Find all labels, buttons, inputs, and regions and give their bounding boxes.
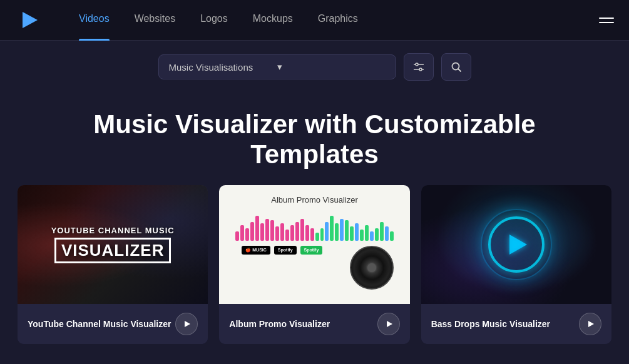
play-ring-icon [488,216,545,273]
spotify-badge-2: Spotify [300,246,323,255]
search-section: Music Visualisations ▾ [0,41,629,91]
svg-marker-11 [588,321,594,327]
svg-point-7 [452,63,459,70]
card-1-play-button[interactable] [175,313,198,335]
streaming-badges: 🍎 MUSIC Spotify Spotify [235,246,322,255]
logo[interactable] [15,7,41,33]
svg-marker-0 [23,12,38,28]
svg-point-1 [416,63,418,66]
spotify-badge-1: Spotify [274,246,297,255]
filter-button[interactable] [404,53,434,81]
nav-link-videos[interactable]: Videos [79,13,110,27]
card-bass-drops[interactable]: Bass Drops Music Visualizer [421,185,611,344]
card-2-title: Album Promo Visualizer [229,318,330,330]
chevron-down-icon: ▾ [277,61,386,73]
card-2-footer: Album Promo Visualizer [219,304,409,344]
search-button[interactable] [441,53,471,81]
apple-music-badge: 🍎 MUSIC [242,246,270,255]
card-2-thumbnail: Album Promo Visualizer 🍎 MUSIC Spotify S… [219,185,409,304]
svg-line-8 [458,69,461,72]
card-3-footer: Bass Drops Music Visualizer [421,304,611,344]
card-1-thumbnail: YouTube Channel Music VISUALIZER [18,185,208,304]
card-1-thumb-line2: VISUALIZER [54,238,171,263]
svg-point-4 [419,68,422,71]
card-2-play-button[interactable] [377,313,400,335]
category-dropdown[interactable]: Music Visualisations ▾ [158,54,396,79]
nav-link-mockups[interactable]: Mockups [253,13,293,27]
card-youtube-visualizer[interactable]: YouTube Channel Music VISUALIZER YouTube… [18,185,208,344]
hero-title: Music Visualizer with Customizable Templ… [71,109,559,170]
dropdown-value: Music Visualisations [169,62,277,73]
card-3-play-button[interactable] [579,313,601,335]
navbar: Videos Websites Logos Mockups Graphics [0,0,629,41]
waveform-display [229,210,399,241]
nav-link-websites[interactable]: Websites [135,13,176,27]
vinyl-record [350,246,394,290]
svg-marker-10 [387,321,392,327]
nav-link-logos[interactable]: Logos [200,13,228,27]
card-1-footer: YouTube Channel Music Visualizer [18,304,208,344]
card-album-promo[interactable]: Album Promo Visualizer 🍎 MUSIC Spotify S… [219,185,409,344]
card-3-title: Bass Drops Music Visualizer [431,318,550,330]
nav-links: Videos Websites Logos Mockups Graphics [79,13,599,27]
svg-marker-9 [185,321,190,327]
hamburger-menu[interactable] [599,18,614,23]
card-2-album-title: Album Promo Visualizer [271,195,357,205]
card-1-title: YouTube Channel Music Visualizer [28,318,171,330]
card-1-thumb-line1: YouTube Channel Music [51,226,175,235]
hero-section: Music Visualizer with Customizable Templ… [0,91,629,185]
cards-grid: YouTube Channel Music VISUALIZER YouTube… [0,185,629,356]
play-triangle-icon [509,235,527,255]
nav-link-graphics[interactable]: Graphics [318,13,358,27]
card-3-thumbnail [421,185,611,304]
